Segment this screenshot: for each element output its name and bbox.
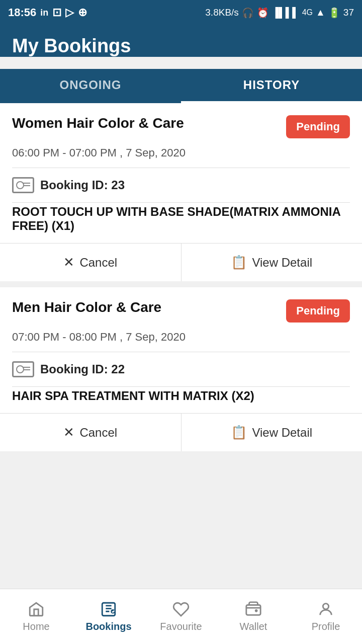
nav-favourite[interactable]: Favourite	[145, 589, 217, 644]
tab-history[interactable]: HISTORY	[181, 69, 362, 103]
favourite-icon	[172, 601, 190, 618]
service-name-1: ROOT TOUCH UP WITH BASE SHADE(MATRIX AMM…	[0, 203, 362, 243]
booking-header-1: Women Hair Color & Care Pending	[0, 103, 362, 144]
service-name-2: HAIR SPA TREATMENT WITH MATRIX (x2)	[0, 387, 362, 413]
card-actions-2: ✕ Cancel 📋 View Detail	[0, 413, 362, 451]
status-bar-left: 18:56 in ⊡ ▷ ⊕	[8, 6, 87, 19]
tab-ongoing[interactable]: ONGOING	[0, 69, 181, 103]
nav-favourite-label: Favourite	[160, 621, 202, 632]
detail-icon-2: 📋	[231, 425, 247, 440]
wallet-icon	[245, 601, 262, 618]
wifi-icon: ▲	[316, 7, 325, 18]
detail-icon-1: 📋	[231, 255, 247, 270]
headphone-icon: 🎧	[242, 7, 254, 19]
booking-title-2: Men Hair Color & Care	[12, 299, 280, 315]
cancel-button-2[interactable]: ✕ Cancel	[0, 414, 182, 451]
signal-icon: ▐▌▌▌	[272, 7, 299, 18]
nav-home[interactable]: Home	[0, 589, 72, 644]
booking-time-2: 07:00 PM - 08:00 PM , 7 Sep, 2020	[0, 329, 362, 352]
tabs-container: ONGOING HISTORY	[0, 69, 362, 103]
booking-title-1: Women Hair Color & Care	[12, 115, 280, 131]
bookings-icon	[100, 601, 117, 618]
cancel-label-1: Cancel	[79, 256, 117, 270]
cancel-button-1[interactable]: ✕ Cancel	[0, 244, 182, 281]
view-detail-button-1[interactable]: 📋 View Detail	[182, 244, 363, 281]
linkedin-icon: in	[40, 8, 48, 18]
lte-icon: 4G	[302, 8, 313, 17]
battery-level: 37	[343, 7, 354, 18]
view-detail-label-1: View Detail	[252, 256, 312, 270]
network-speed: 3.8KB/s	[205, 7, 239, 18]
card-actions-1: ✕ Cancel 📋 View Detail	[0, 243, 362, 281]
svg-rect-2	[246, 605, 260, 615]
booking-header-2: Men Hair Color & Care Pending	[0, 287, 362, 329]
app-icon-1: ⊡	[52, 6, 61, 19]
bottom-nav: Home Bookings Favourite Wallet Profile	[0, 589, 362, 644]
view-detail-button-2[interactable]: 📋 View Detail	[182, 414, 363, 451]
status-badge-1: Pending	[286, 115, 350, 138]
booking-card-2: Men Hair Color & Care Pending 07:00 PM -…	[0, 287, 362, 451]
view-detail-label-2: View Detail	[252, 426, 312, 440]
nav-home-label: Home	[23, 621, 49, 632]
profile-icon	[317, 601, 334, 618]
time-display: 18:56	[8, 6, 36, 19]
app-icon-2: ⊕	[78, 6, 87, 19]
header: My Bookings	[0, 25, 362, 57]
booking-card-1: Women Hair Color & Care Pending 06:00 PM…	[0, 103, 362, 281]
play-icon: ▷	[65, 6, 74, 19]
booking-time-1: 06:00 PM - 07:00 PM , 7 Sep, 2020	[0, 144, 362, 168]
svg-point-3	[323, 604, 328, 609]
nav-profile[interactable]: Profile	[290, 589, 362, 644]
nav-wallet[interactable]: Wallet	[217, 589, 290, 644]
bookings-list: Women Hair Color & Care Pending 06:00 PM…	[0, 103, 362, 518]
booking-id-text-2: Booking ID: 22	[40, 362, 125, 376]
alarm-icon: ⏰	[257, 7, 269, 19]
booking-id-row-1: Booking ID: 23	[0, 168, 362, 202]
home-icon	[28, 601, 45, 618]
booking-id-text-1: Booking ID: 23	[40, 178, 125, 192]
booking-id-row-2: Booking ID: 22	[0, 352, 362, 386]
nav-wallet-label: Wallet	[240, 621, 267, 632]
nav-bookings[interactable]: Bookings	[72, 589, 145, 644]
page-title: My Bookings	[12, 35, 350, 57]
status-badge-2: Pending	[286, 299, 350, 323]
nav-profile-label: Profile	[312, 621, 340, 632]
nav-bookings-label: Bookings	[85, 621, 131, 632]
id-card-icon-2	[12, 361, 34, 377]
cancel-label-2: Cancel	[79, 426, 117, 440]
battery-icon: 🔋	[328, 7, 340, 19]
cancel-icon-2: ✕	[63, 425, 74, 440]
cancel-icon-1: ✕	[63, 255, 74, 270]
id-card-icon-1	[12, 177, 34, 193]
status-bar: 18:56 in ⊡ ▷ ⊕ 3.8KB/s 🎧 ⏰ ▐▌▌▌ 4G ▲ 🔋 3…	[0, 0, 362, 25]
status-bar-right: 3.8KB/s 🎧 ⏰ ▐▌▌▌ 4G ▲ 🔋 37	[205, 7, 354, 19]
